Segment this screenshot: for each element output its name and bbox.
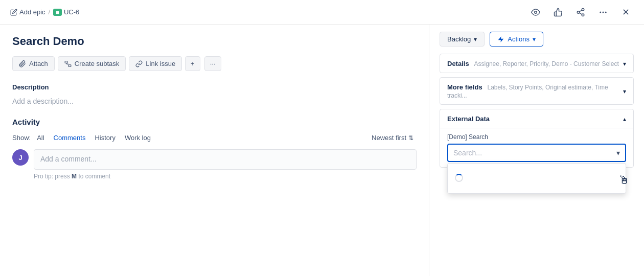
more-fields-chevron xyxy=(623,87,626,95)
details-content: Details Assignee, Reporter, Priority, De… xyxy=(447,59,619,67)
action-bar: Attach Create subtask Link issue xyxy=(12,56,417,71)
issue-title: Search Demo xyxy=(12,35,417,48)
link-icon xyxy=(135,60,143,67)
add-epic-link[interactable]: Add epic xyxy=(10,8,45,16)
left-panel: Search Demo Attach Create subtask xyxy=(0,25,429,276)
details-row[interactable]: Details Assignee, Reporter, Priority, De… xyxy=(440,54,634,73)
svg-point-3 xyxy=(582,14,584,16)
demo-search-label: [Demo] Search xyxy=(447,133,626,141)
pro-tip: Pro tip: press M to comment xyxy=(34,173,417,180)
sort-label: Newest first xyxy=(372,134,406,142)
external-data-body: [Demo] Search ▾ xyxy=(440,128,633,167)
issue-id-link[interactable]: ■ UC-6 xyxy=(53,8,79,16)
external-data-section: External Data [Demo] Search ▾ xyxy=(440,109,634,168)
svg-point-7 xyxy=(603,12,604,13)
svg-point-1 xyxy=(582,8,584,11)
filter-history[interactable]: History xyxy=(91,132,118,143)
svg-point-6 xyxy=(600,12,601,13)
external-data-header[interactable]: External Data xyxy=(440,109,633,128)
actions-chevron xyxy=(533,35,536,43)
thumbs-up-icon xyxy=(554,8,563,17)
paperclip-icon xyxy=(19,60,26,67)
more-fields-content: More fields Labels, Story Points, Origin… xyxy=(447,83,623,99)
actions-label: Actions xyxy=(508,35,530,43)
svg-point-2 xyxy=(577,11,580,13)
external-data-chevron xyxy=(623,114,626,123)
show-label: Show: xyxy=(12,134,31,142)
breadcrumb-separator: / xyxy=(49,8,51,16)
share-button[interactable] xyxy=(572,4,589,20)
subtask-icon xyxy=(64,60,72,67)
activity-title: Activity xyxy=(12,118,417,126)
backlog-button[interactable]: Backlog xyxy=(440,32,485,47)
filter-comments[interactable]: Comments xyxy=(51,132,89,143)
attach-button[interactable]: Attach xyxy=(12,56,55,71)
external-data-title: External Data xyxy=(447,115,490,123)
more-button[interactable] xyxy=(595,4,611,20)
comment-placeholder: Add a comment... xyxy=(40,155,97,163)
activity-section: Activity Show: All Comments History Work… xyxy=(12,118,417,180)
filter-all[interactable]: All xyxy=(34,132,47,143)
sort-icon: ⇅ xyxy=(408,134,413,142)
more-fields-label: More fields xyxy=(447,83,482,91)
top-actions: ✕ xyxy=(527,4,634,20)
svg-point-0 xyxy=(535,11,537,13)
attach-label: Attach xyxy=(29,60,48,67)
watch-button[interactable] xyxy=(527,4,544,20)
description-label: Description xyxy=(12,83,417,91)
more-fields-row[interactable]: More fields Labels, Story Points, Origin… xyxy=(440,77,634,105)
loading-spinner xyxy=(448,168,626,188)
issue-id: UC-6 xyxy=(64,8,79,16)
close-button[interactable]: ✕ xyxy=(617,4,634,20)
right-panel: Backlog Actions Details Assignee, Report… xyxy=(429,25,644,276)
ellipsis-icon xyxy=(599,8,608,17)
show-filters: Show: All Comments History Work log xyxy=(12,132,154,143)
backlog-chevron xyxy=(474,35,477,43)
comment-area: J Add a comment... xyxy=(12,149,417,170)
comment-input[interactable]: Add a comment... xyxy=(34,149,417,170)
lightning-icon xyxy=(497,36,504,43)
search-input-wrapper: ▾ xyxy=(447,144,626,162)
top-bar: Add epic / ■ UC-6 xyxy=(0,0,644,25)
details-chevron xyxy=(623,59,626,67)
pro-tip-key: M xyxy=(72,173,77,180)
actions-button[interactable]: Actions xyxy=(490,32,543,47)
search-input[interactable] xyxy=(448,145,611,161)
right-top-buttons: Backlog Actions xyxy=(440,32,634,47)
description-placeholder[interactable]: Add a description... xyxy=(12,95,417,107)
show-bar: Show: All Comments History Work log Newe… xyxy=(12,132,417,143)
details-sub: Assignee, Reporter, Priority, Demo - Cus… xyxy=(474,60,619,67)
spinner-animation xyxy=(455,174,463,182)
pro-tip-text: Pro tip: xyxy=(34,173,53,180)
description-section: Description Add a description... xyxy=(12,83,417,107)
link-issue-button[interactable]: Link issue xyxy=(129,56,182,71)
link-issue-label: Link issue xyxy=(146,60,175,67)
expand-button[interactable]: + xyxy=(185,56,200,71)
details-label: Details xyxy=(447,60,469,67)
svg-rect-10 xyxy=(68,64,71,66)
more-actions-button[interactable]: ··· xyxy=(204,56,221,71)
svg-line-4 xyxy=(579,13,582,14)
pencil-icon xyxy=(10,9,17,16)
create-subtask-button[interactable]: Create subtask xyxy=(58,56,126,71)
search-dropdown-arrow-icon[interactable]: ▾ xyxy=(611,145,625,161)
filter-worklog[interactable]: Work log xyxy=(122,132,154,143)
add-epic-label: Add epic xyxy=(19,8,45,16)
avatar: J xyxy=(12,149,29,166)
create-subtask-label: Create subtask xyxy=(75,60,119,67)
eye-icon xyxy=(531,8,540,17)
search-dropdown-list xyxy=(447,163,626,194)
svg-marker-11 xyxy=(498,36,504,42)
svg-point-8 xyxy=(606,12,607,13)
share-icon xyxy=(576,8,585,17)
svg-rect-9 xyxy=(65,61,67,63)
content-area: Search Demo Attach Create subtask xyxy=(0,25,644,276)
issue-badge: ■ xyxy=(53,9,62,16)
pro-tip-action: to comment xyxy=(78,173,110,180)
svg-line-5 xyxy=(579,10,582,11)
search-dropdown-container: ▾ xyxy=(447,144,626,162)
breadcrumb: Add epic / ■ UC-6 xyxy=(10,8,79,16)
sort-button[interactable]: Newest first ⇅ xyxy=(369,132,417,143)
like-button[interactable] xyxy=(550,4,566,20)
backlog-label: Backlog xyxy=(447,35,471,43)
